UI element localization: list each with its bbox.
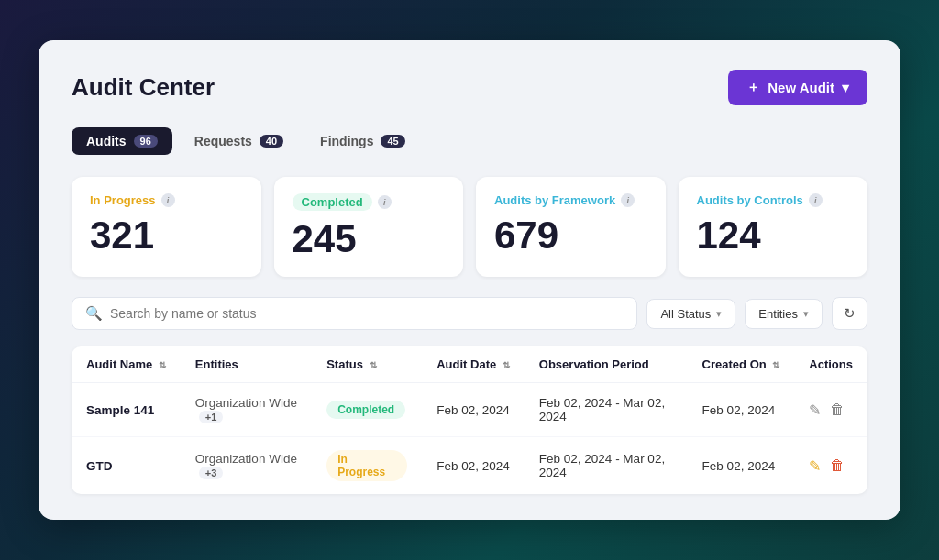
search-box: 🔍 [72, 297, 637, 330]
stat-card-audits-by-controls: Audits by Controls i 124 [679, 177, 868, 277]
tab-audits[interactable]: Audits 96 [72, 127, 172, 155]
col-audit-date[interactable]: Audit Date ⇅ [422, 346, 525, 383]
status-badge: Completed [326, 401, 405, 419]
tab-findings[interactable]: Findings 45 [305, 127, 420, 155]
entities-filter-label: Entities [758, 307, 798, 321]
observation-period-cell: Feb 02, 2024 - Mar 02, 2024 [525, 437, 688, 495]
info-icon-controls[interactable]: i [809, 193, 823, 207]
edit-icon[interactable]: ✎ [809, 401, 821, 419]
entity-extra: +3 [199, 467, 224, 479]
stat-value-in-progress: 321 [90, 216, 243, 255]
stat-card-audits-by-framework: Audits by Framework i 679 [476, 177, 666, 277]
table-header-row: Audit Name ⇅ Entities Status ⇅ Audit Dat… [72, 346, 867, 383]
refresh-button[interactable]: ↻ [832, 297, 867, 330]
stat-value-controls: 124 [697, 216, 850, 255]
status-cell: In Progress [312, 437, 422, 495]
actions-cell: ✎ 🗑 [794, 383, 867, 437]
col-created-on[interactable]: Created On ⇅ [688, 346, 795, 383]
created-on-cell: Feb 02, 2024 [688, 437, 795, 495]
col-audit-name[interactable]: Audit Name ⇅ [72, 346, 181, 383]
audit-name-cell: Sample 141 [72, 383, 181, 437]
sort-icon-created-on: ⇅ [772, 360, 779, 370]
edit-icon[interactable]: ✎ [809, 457, 821, 475]
chevron-down-icon-status: ▾ [716, 308, 722, 320]
table-row: GTD Organization Wide +3 In Progress Feb… [72, 437, 867, 495]
sort-icon-audit-name: ⇅ [159, 360, 166, 370]
page-title: Audit Center [72, 73, 215, 102]
tab-requests-badge: 40 [260, 135, 283, 148]
action-cell: ✎ 🗑 [809, 457, 853, 475]
delete-icon[interactable]: 🗑 [830, 457, 845, 474]
sort-icon-audit-date: ⇅ [503, 360, 510, 370]
info-icon-framework[interactable]: i [621, 193, 635, 207]
actions-cell: ✎ 🗑 [794, 437, 867, 495]
stat-label-framework: Audits by Framework [494, 193, 615, 207]
col-actions: Actions [794, 346, 867, 383]
col-entities: Entities [181, 346, 312, 383]
observation-period-cell: Feb 02, 2024 - Mar 02, 2024 [525, 383, 688, 437]
tab-audits-label: Audits [86, 134, 127, 148]
new-audit-label: New Audit [768, 80, 834, 95]
stat-value-completed: 245 [293, 220, 446, 258]
status-badge: In Progress [326, 450, 407, 481]
col-status[interactable]: Status ⇅ [312, 346, 422, 383]
page-header: Audit Center ＋ New Audit ▾ [72, 70, 867, 105]
status-filter-label: All Status [660, 307, 711, 321]
search-filter-row: 🔍 All Status ▾ Entities ▾ ↻ [72, 297, 867, 330]
audit-date-cell: Feb 02, 2024 [422, 383, 525, 437]
tab-findings-badge: 45 [381, 135, 404, 148]
tab-findings-label: Findings [320, 134, 373, 148]
audit-name-cell: GTD [72, 437, 181, 495]
audit-date-cell: Feb 02, 2024 [422, 437, 525, 495]
search-icon: 🔍 [85, 305, 103, 322]
tab-requests-label: Requests [194, 134, 252, 148]
plus-icon: ＋ [746, 79, 760, 96]
entity-cell: Organization Wide +1 [181, 383, 312, 437]
info-icon-in-progress[interactable]: i [161, 193, 175, 207]
sort-icon-status: ⇅ [370, 360, 377, 370]
table-row: Sample 141 Organization Wide +1 Complete… [72, 383, 867, 437]
stat-label-row-in-progress: In Progress i [90, 193, 243, 207]
status-cell: Completed [312, 383, 422, 437]
delete-icon[interactable]: 🗑 [830, 401, 845, 418]
stat-label-row-framework: Audits by Framework i [494, 193, 647, 207]
stat-label-row-controls: Audits by Controls i [697, 193, 850, 207]
audit-table-wrap: Audit Name ⇅ Entities Status ⇅ Audit Dat… [72, 346, 867, 494]
stats-row: In Progress i 321 Completed i 245 Audits… [72, 177, 867, 277]
stat-value-framework: 679 [494, 216, 647, 255]
audit-table: Audit Name ⇅ Entities Status ⇅ Audit Dat… [72, 346, 867, 494]
new-audit-button[interactable]: ＋ New Audit ▾ [728, 70, 867, 105]
stat-label-in-progress: In Progress [90, 193, 156, 207]
chevron-down-icon: ▾ [842, 80, 849, 96]
col-observation-period: Observation Period [525, 346, 688, 383]
refresh-icon: ↻ [844, 305, 856, 322]
stat-label-row-completed: Completed i [293, 193, 446, 211]
info-icon-completed[interactable]: i [378, 195, 392, 209]
main-card: Audit Center ＋ New Audit ▾ Audits 96 Req… [39, 40, 900, 520]
stat-card-in-progress: In Progress i 321 [72, 177, 261, 277]
tab-bar: Audits 96 Requests 40 Findings 45 [72, 127, 867, 155]
entity-cell: Organization Wide +3 [181, 437, 312, 495]
search-input[interactable] [110, 306, 624, 321]
chevron-down-icon-entities: ▾ [803, 308, 809, 320]
entity-extra: +1 [199, 411, 224, 423]
created-on-cell: Feb 02, 2024 [688, 383, 795, 437]
action-cell: ✎ 🗑 [809, 401, 853, 419]
tab-requests[interactable]: Requests 40 [180, 127, 298, 155]
stat-label-controls: Audits by Controls [697, 193, 803, 207]
entities-filter-button[interactable]: Entities ▾ [745, 299, 823, 329]
tab-audits-badge: 96 [134, 135, 158, 148]
stat-label-completed: Completed [293, 193, 372, 211]
status-filter-button[interactable]: All Status ▾ [646, 299, 735, 329]
stat-card-completed: Completed i 245 [274, 177, 464, 277]
